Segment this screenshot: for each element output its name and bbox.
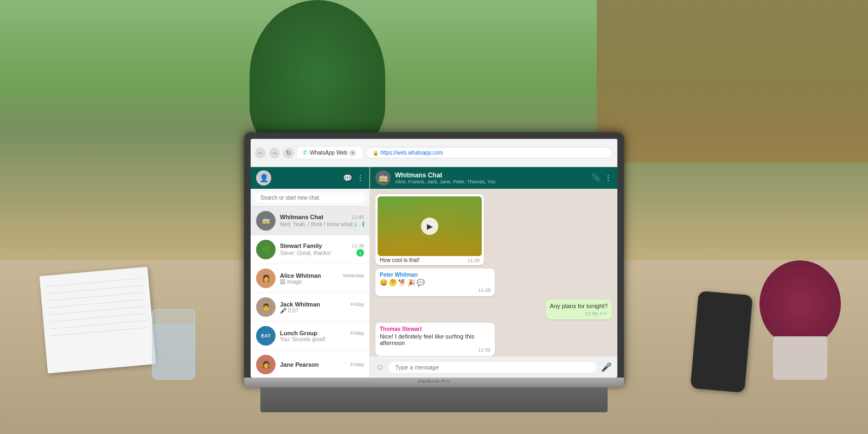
- chat-name-jack: Jack Whitman: [280, 301, 320, 308]
- chat-avatar-jane: 👩: [256, 355, 276, 374]
- msg-time-sent: 11:39: [585, 311, 597, 316]
- chat-avatar-whitmans: 🚋: [256, 211, 276, 231]
- message-input-bar: ☺ 🎤: [370, 356, 617, 378]
- sidebar-header: 👤 💬 ⋮: [251, 167, 369, 189]
- whatsapp-sidebar: 👤 💬 ⋮: [251, 167, 370, 378]
- chat-name-whitmans: Whitmans Chat: [280, 214, 323, 220]
- active-chat-info: Whitmans Chat Alice, Francis, Jack, Jane…: [395, 171, 588, 184]
- search-input[interactable]: [255, 193, 365, 203]
- macbook-screen: ← → ↻ ✆ WhatsApp Web × 🔒 https://web.wha…: [244, 132, 624, 385]
- active-chat-avatar: 🚋: [375, 170, 391, 186]
- chat-item-stewart-family[interactable]: 🌿 Stewart Family 11:39 Steve: Great, tha…: [251, 235, 369, 264]
- message-video: ▶ How cool is that! 11:38: [375, 194, 484, 265]
- read-ticks: ✓✓: [599, 310, 608, 316]
- chat-info-jack: Jack Whitman Friday 🎤 0:07: [280, 301, 364, 314]
- chat-time-lunch: Friday: [350, 330, 364, 336]
- chat-menu-icon[interactable]: ⋮: [604, 174, 612, 182]
- forward-button[interactable]: →: [269, 148, 280, 158]
- sender-peter: Peter Whitman: [380, 272, 490, 278]
- msg-time-thomas: 11:39: [478, 347, 490, 353]
- chat-time-whitmans: 11:45: [352, 214, 364, 220]
- glass-of-water: [152, 309, 195, 380]
- fence: [597, 0, 868, 163]
- chat-preview-whitmans: Ned: Yeah, I think I know what y... 5: [280, 220, 364, 228]
- url-text: https://web.whatsapp.com: [380, 150, 443, 156]
- voice-message-button[interactable]: 🎤: [601, 362, 612, 372]
- refresh-button[interactable]: ↻: [283, 148, 294, 158]
- chat-item-whitmans[interactable]: 🚋 Whitmans Chat 11:45 Ned: Yeah, I think…: [251, 207, 369, 235]
- browser-tab[interactable]: ✆ WhatsApp Web ×: [297, 147, 362, 158]
- chat-avatar-alice: 👩: [256, 269, 276, 288]
- lock-icon: 🔒: [373, 150, 379, 156]
- chat-avatar-icon: 👩: [262, 275, 270, 282]
- plant-pot-right: [760, 271, 841, 380]
- sender-thomas: Thomas Stewart: [380, 326, 490, 332]
- emoji-row: 😀 🤔 🐕 🎉 💬: [380, 279, 490, 286]
- browser-chrome: ← → ↻ ✆ WhatsApp Web × 🔒 https://web.wha…: [251, 139, 617, 167]
- message-list: ▶ How cool is that! 11:38 Peter Whitman: [370, 189, 617, 356]
- user-avatar[interactable]: 👤: [256, 170, 271, 186]
- chat-time-stewart: 11:39: [352, 243, 364, 248]
- chat-name-jane: Jane Pearson: [280, 361, 319, 368]
- address-bar[interactable]: 🔒 https://web.whatsapp.com: [366, 147, 613, 158]
- message-sent-plans: Any plans for tonight? 11:39 ✓✓: [546, 299, 612, 320]
- message-body-thomas: Nice! I definitely feel like surfing thi…: [380, 333, 490, 346]
- macbook-keyboard: [260, 385, 608, 412]
- menu-icon[interactable]: ⋮: [356, 174, 364, 182]
- sidebar-header-icons: 💬 ⋮: [343, 174, 364, 182]
- whatsapp-chat-area: 🚋 Whitmans Chat Alice, Francis, Jack, Ja…: [370, 167, 617, 378]
- video-caption: How cool is that!: [380, 257, 419, 263]
- macbook-display: ← → ↻ ✆ WhatsApp Web × 🔒 https://web.wha…: [251, 139, 617, 378]
- tab-label: WhatsApp Web: [310, 150, 347, 156]
- notebook: [40, 267, 156, 374]
- play-button[interactable]: ▶: [421, 218, 438, 235]
- chat-avatar-stewart: 🌿: [256, 240, 276, 259]
- chat-avatar-icon: 🌿: [262, 246, 270, 253]
- chat-avatar-icon: 🚋: [262, 217, 270, 225]
- emoji-picker-button[interactable]: ☺: [375, 362, 384, 372]
- chat-avatar-icon: 👩: [262, 361, 270, 368]
- video-caption-row: How cool is that! 11:38: [378, 256, 482, 263]
- chat-preview-jack: 🎤 0:07: [280, 308, 364, 314]
- badge-stewart: 1: [356, 249, 364, 257]
- active-chat-members: Alice, Francis, Jack, Jane, Peter, Thoma…: [395, 179, 588, 184]
- video-thumbnail[interactable]: ▶: [378, 196, 482, 256]
- chat-avatar-jack: 👨: [256, 297, 276, 317]
- badge-whitmans: 5: [362, 220, 364, 228]
- chat-info-alice: Alice Whitman Yesterday 🖼 Image: [280, 272, 364, 285]
- new-chat-icon[interactable]: 💬: [343, 174, 352, 182]
- macbook: ← → ↻ ✆ WhatsApp Web × 🔒 https://web.wha…: [244, 132, 624, 412]
- active-chat-name: Whitmans Chat: [395, 171, 588, 179]
- message-peter: Peter Whitman 😀 🤔 🐕 🎉 💬 11:38: [375, 269, 495, 296]
- chat-preview-alice: 🖼 Image: [280, 279, 364, 285]
- back-button[interactable]: ←: [255, 148, 266, 158]
- chat-preview-lunch: You: Sounds good!: [280, 336, 364, 342]
- chat-time-jane: Friday: [350, 362, 364, 367]
- message-body-plans: Any plans for tonight?: [550, 303, 608, 309]
- chat-header-icons: 📎 ⋮: [592, 174, 612, 182]
- chat-preview-stewart: Steve: Great, thanks! 1: [280, 249, 364, 257]
- chat-time-alice: Yesterday: [342, 273, 364, 278]
- attach-icon[interactable]: 📎: [592, 174, 600, 182]
- chat-item-lunch[interactable]: EAT Lunch Group Friday You: Sounds good!: [251, 322, 369, 350]
- msg-time-peter: 11:38: [478, 288, 490, 293]
- chat-header: 🚋 Whitmans Chat Alice, Francis, Jack, Ja…: [370, 167, 617, 189]
- chat-item-alice[interactable]: 👩 Alice Whitman Yesterday 🖼 Image: [251, 264, 369, 293]
- video-time: 11:38: [467, 258, 480, 263]
- chat-avatar-lunch: EAT: [256, 326, 276, 346]
- user-avatar-image: 👤: [256, 170, 271, 186]
- chat-info-whitmans: Whitmans Chat 11:45 Ned: Yeah, I think I…: [280, 214, 364, 228]
- chat-info-stewart: Stewart Family 11:39 Steve: Great, thank…: [280, 242, 364, 257]
- message-thomas: Thomas Stewart Nice! I definitely feel l…: [375, 323, 495, 356]
- chat-item-jack[interactable]: 👨 Jack Whitman Friday 🎤 0:07: [251, 293, 369, 322]
- chat-info-lunch: Lunch Group Friday You: Sounds good!: [280, 330, 364, 342]
- tab-close-button[interactable]: ×: [349, 150, 356, 156]
- smartphone: [690, 291, 752, 393]
- chat-time-jack: Friday: [350, 302, 364, 307]
- chat-list: 🚋 Whitmans Chat 11:45 Ned: Yeah, I think…: [251, 207, 369, 378]
- chat-item-jane[interactable]: 👩 Jane Pearson Friday: [251, 350, 369, 378]
- whatsapp-app: 👤 💬 ⋮: [251, 167, 617, 378]
- message-text-input[interactable]: [388, 362, 597, 373]
- chat-name-stewart: Stewart Family: [280, 242, 322, 249]
- plant-left: [250, 0, 385, 152]
